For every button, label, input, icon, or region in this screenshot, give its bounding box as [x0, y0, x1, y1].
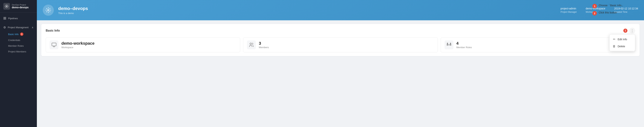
- sidebar: DevOps Project demo-devops Pipelines ⚙ P…: [0, 0, 37, 127]
- project-desc: This is a demo: [58, 12, 556, 15]
- project-name: demo-devops: [12, 6, 28, 9]
- workspace-stat-label: Workspace: [62, 46, 94, 49]
- member-roles-stat-icon: [444, 40, 454, 49]
- members-stat-icon: [247, 40, 256, 49]
- members-icon: [249, 42, 254, 47]
- workspace-icon: [52, 42, 56, 47]
- instruction-badge-2: 2: [592, 11, 597, 16]
- sidebar-section-label: Project Managment: [8, 26, 28, 29]
- meta-manager-label: Project Manager: [560, 11, 577, 13]
- sidebar-item-pipelines-label: Pipelines: [8, 17, 18, 20]
- svg-rect-1: [4, 17, 4, 18]
- sidebar-item-project-members[interactable]: Project Members: [0, 49, 37, 54]
- main-content: demo–devops This is a demo project-admin…: [37, 0, 644, 127]
- member-roles-stat-label: Member Roles: [456, 46, 472, 49]
- sidebar-section-header[interactable]: ⚙ Project Managment ∧: [0, 24, 37, 31]
- sidebar-item-member-roles[interactable]: Member Roles: [0, 43, 37, 49]
- card-title: Basic Info: [46, 29, 60, 32]
- meta-project-manager: project-admin Project Manager: [560, 7, 577, 13]
- members-stat-label: Members: [259, 46, 269, 49]
- more-btn-wrapper: 2 ⋮ ✏ Edit Info 🗑 Delete: [623, 28, 635, 34]
- workspace-stat-icon: [50, 40, 58, 49]
- members-stat-text: 3 Members: [259, 41, 269, 49]
- svg-rect-4: [5, 19, 6, 19]
- basic-info-badge: 1: [20, 33, 24, 36]
- content-area: Basic Info 2 ⋮ ✏ Edit Info 🗑: [37, 20, 644, 127]
- dropdown-menu: ✏ Edit Info 🗑 Delete: [609, 34, 635, 51]
- delete-icon: 🗑: [612, 45, 616, 48]
- pipelines-icon: [3, 17, 6, 20]
- sidebar-item-basic-info-label: Basic Info: [8, 33, 18, 36]
- dropdown-edit-label: Edit Info: [618, 38, 627, 41]
- svg-point-5: [48, 10, 49, 11]
- svg-point-7: [250, 43, 252, 45]
- member-roles-stat-value: 4: [456, 41, 472, 46]
- instruction-2: 2 Click this button: [592, 11, 640, 16]
- chevron-up-icon: ∧: [32, 26, 34, 29]
- svg-rect-2: [5, 17, 6, 18]
- more-options-button[interactable]: ⋮ ✏ Edit Info 🗑 Delete: [629, 28, 635, 34]
- stats-row: demo-workspace Workspace: [46, 37, 635, 52]
- project-avatar: [43, 5, 54, 16]
- workspace-stat-text: demo-workspace Workspace: [62, 41, 94, 49]
- instructions-panel: 1 Choose「Basic Info」 2 Click this button: [592, 4, 640, 18]
- svg-point-10: [447, 43, 448, 44]
- svg-rect-3: [4, 19, 4, 19]
- meta-manager-value: project-admin: [560, 7, 577, 10]
- dropdown-delete-label: Delete: [618, 45, 625, 48]
- project-title: demo–devops: [58, 6, 556, 11]
- instruction-badge-1: 1: [592, 4, 597, 8]
- basic-info-card: Basic Info 2 ⋮ ✏ Edit Info 🗑: [41, 24, 640, 56]
- sidebar-nav: Pipelines: [0, 13, 37, 24]
- sidebar-item-credentials-label: Credentials: [8, 39, 20, 42]
- sidebar-header: DevOps Project demo-devops: [0, 0, 37, 13]
- sidebar-header-text: DevOps Project demo-devops: [12, 4, 28, 9]
- dropdown-edit-info[interactable]: ✏ Edit Info: [610, 36, 635, 43]
- stat-members: 3 Members: [243, 37, 438, 52]
- member-roles-stat-text: 4 Member Roles: [456, 41, 472, 49]
- project-label: DevOps Project: [12, 4, 28, 6]
- sidebar-section-items: Basic Info 1 Credentials Member Roles Pr…: [0, 31, 37, 56]
- more-btn-badge: 2: [623, 29, 628, 33]
- stat-member-roles: 4 Member Roles: [441, 37, 635, 52]
- sidebar-item-pipelines[interactable]: Pipelines: [0, 15, 37, 22]
- sidebar-item-basic-info[interactable]: Basic Info 1: [0, 31, 37, 37]
- edit-icon: ✏: [612, 38, 616, 41]
- instruction-text-1: Choose「Basic Info」: [599, 4, 624, 7]
- project-avatar-icon: [45, 7, 51, 13]
- stat-workspace: demo-workspace Workspace: [46, 37, 240, 52]
- member-roles-icon: [446, 42, 452, 47]
- dropdown-delete[interactable]: 🗑 Delete: [610, 43, 635, 50]
- sidebar-item-credentials[interactable]: Credentials: [0, 37, 37, 43]
- project-info: demo–devops This is a demo: [58, 6, 556, 15]
- svg-rect-6: [52, 43, 56, 46]
- gear-icon: ⚙: [3, 26, 6, 29]
- card-header: Basic Info 2 ⋮ ✏ Edit Info 🗑: [46, 28, 635, 34]
- instruction-text-2: Click this button: [599, 11, 617, 15]
- workspace-stat-value: demo-workspace: [62, 41, 94, 46]
- svg-point-0: [6, 6, 7, 7]
- instruction-1: 1 Choose「Basic Info」: [592, 4, 640, 8]
- members-stat-value: 3: [259, 41, 269, 46]
- sidebar-item-member-roles-label: Member Roles: [8, 45, 24, 47]
- sidebar-section-project-mgmt: ⚙ Project Managment ∧ Basic Info 1 Crede…: [0, 24, 37, 56]
- project-banner: demo–devops This is a demo project-admin…: [37, 0, 644, 20]
- sidebar-logo: [3, 3, 10, 10]
- sidebar-item-project-members-label: Project Members: [8, 50, 26, 53]
- svg-point-11: [450, 43, 451, 44]
